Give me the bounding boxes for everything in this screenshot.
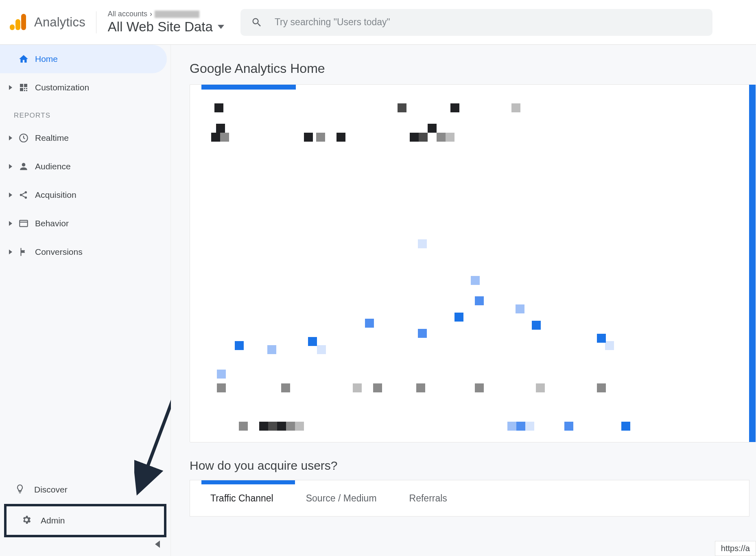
acquire-title: How do you acquire users?: [190, 459, 749, 473]
card-accent: [201, 85, 296, 90]
card-right-accent: [749, 85, 756, 442]
chevron-right-icon: [9, 136, 12, 140]
sidebar-item-label: Acquisition: [35, 190, 76, 200]
sidebar-item-label: Realtime: [35, 133, 69, 143]
sidebar: Home Customization REPORTS Realtime Audi…: [0, 45, 171, 556]
clock-icon: [18, 132, 29, 144]
account-name-redacted: [155, 11, 199, 18]
sidebar-item-label: Behavior: [35, 219, 69, 228]
sidebar-item-label: Home: [35, 54, 58, 64]
breadcrumb-prefix: All accounts: [108, 10, 147, 18]
person-icon: [18, 161, 29, 172]
sidebar-item-acquisition[interactable]: Acquisition: [0, 181, 170, 209]
status-url: https://a: [715, 541, 756, 556]
gear-icon: [21, 514, 32, 527]
tab-traffic-channel[interactable]: Traffic Channel: [190, 493, 290, 504]
search-bar[interactable]: [240, 9, 712, 36]
chevron-right-icon: [9, 250, 12, 254]
admin-highlight-box: Admin: [4, 504, 166, 537]
breadcrumb: All accounts ›: [108, 10, 224, 18]
sidebar-item-realtime[interactable]: Realtime: [0, 124, 170, 152]
share-icon: [18, 189, 29, 201]
sidebar-item-label: Discover: [34, 485, 68, 495]
analytics-logo-icon: [9, 13, 27, 31]
overview-chart-card[interactable]: [190, 84, 749, 442]
bulb-icon: [15, 484, 25, 496]
sidebar-section-reports: REPORTS: [0, 102, 170, 124]
search-icon: [251, 17, 262, 28]
sidebar-item-label: Audience: [35, 162, 71, 171]
sidebar-item-behavior[interactable]: Behavior: [0, 209, 170, 238]
home-icon: [18, 53, 29, 65]
product-name: Analytics: [34, 15, 85, 30]
flag-icon: [18, 246, 29, 258]
sidebar-item-label: Conversions: [35, 247, 83, 257]
breadcrumb-sep: ›: [150, 10, 152, 18]
sidebar-item-audience[interactable]: Audience: [0, 152, 170, 181]
header: Analytics All accounts › All Web Site Da…: [0, 0, 756, 45]
view-picker[interactable]: All Web Site Data: [108, 19, 224, 35]
sidebar-item-discover[interactable]: Discover: [0, 475, 170, 504]
tab-source-medium[interactable]: Source / Medium: [290, 493, 393, 504]
chevron-right-icon: [9, 164, 12, 169]
product-logo[interactable]: Analytics: [9, 11, 96, 33]
sidebar-item-conversions[interactable]: Conversions: [0, 238, 170, 266]
acquire-tabs: Traffic Channel Source / Medium Referral…: [190, 480, 749, 517]
browser-icon: [18, 218, 29, 229]
account-picker[interactable]: All accounts › All Web Site Data: [96, 10, 224, 35]
svg-rect-4: [20, 220, 28, 226]
grid-icon: [18, 82, 29, 93]
tab-referrals[interactable]: Referrals: [393, 493, 463, 504]
chevron-right-icon: [9, 193, 12, 197]
collapse-sidebar-icon[interactable]: [155, 541, 160, 548]
sidebar-item-home[interactable]: Home: [0, 45, 167, 73]
sidebar-item-label: Customization: [35, 83, 89, 92]
sidebar-item-label: Admin: [41, 516, 65, 525]
sidebar-item-customization[interactable]: Customization: [0, 73, 170, 102]
view-name: All Web Site Data: [108, 19, 213, 35]
page-title: Google Analytics Home: [190, 61, 749, 76]
chevron-right-icon: [9, 85, 12, 90]
caret-down-icon: [218, 25, 224, 29]
sidebar-item-admin[interactable]: Admin: [7, 506, 164, 535]
tab-accent: [201, 480, 295, 484]
search-input[interactable]: [275, 17, 702, 28]
chevron-right-icon: [9, 221, 12, 226]
main-content: Google Analytics Home: [171, 45, 756, 556]
